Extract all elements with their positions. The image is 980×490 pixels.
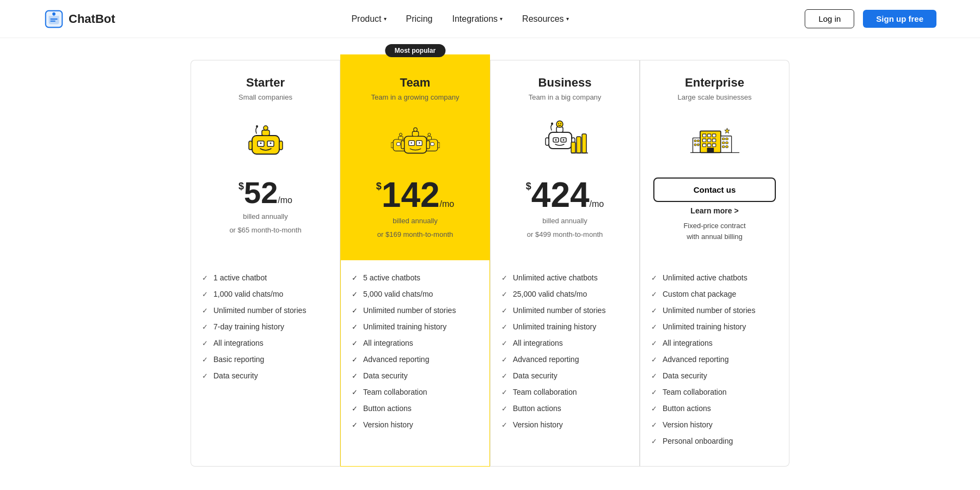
svg-point-34 (411, 142, 412, 143)
business-features: ✓Unlimited active chatbots ✓25,000 valid… (490, 260, 640, 467)
svg-rect-27 (404, 136, 426, 153)
check-icon: ✓ (501, 388, 507, 396)
svg-point-50 (556, 121, 563, 127)
svg-rect-73 (725, 142, 728, 144)
starter-feature-2: ✓1,000 valid chats/mo (202, 290, 329, 298)
enterprise-feature-8: ✓Team collaboration (651, 388, 778, 396)
svg-rect-62 (712, 144, 715, 146)
pricing-grid: Starter Small companies (191, 60, 789, 467)
check-icon: ✓ (202, 339, 208, 347)
svg-point-12 (256, 125, 258, 127)
business-feature-1: ✓Unlimited active chatbots (501, 273, 628, 282)
check-icon: ✓ (501, 323, 507, 331)
business-period: /mo (590, 199, 604, 209)
svg-rect-55 (707, 134, 710, 137)
team-feature-6: ✓Advanced reporting (352, 355, 479, 364)
svg-rect-68 (697, 144, 699, 146)
nav-actions: Log in Sign up free (805, 9, 936, 28)
svg-rect-54 (702, 134, 706, 137)
starter-feature-4: ✓7-day training history (202, 322, 329, 331)
business-amount: 424 (531, 175, 590, 215)
fixed-price-note: Fixed-price contractwith annual billing (653, 220, 776, 242)
svg-point-51 (558, 123, 559, 124)
enterprise-card-top: Enterprise Large scale businesses (640, 60, 789, 260)
svg-point-48 (562, 139, 564, 141)
business-feature-3: ✓Unlimited number of stories (501, 306, 628, 315)
check-icon: ✓ (202, 290, 208, 298)
team-amount: 142 (382, 175, 440, 215)
business-feature-10: ✓Version history (501, 420, 628, 429)
check-icon: ✓ (352, 388, 358, 396)
team-plan-name: Team (354, 76, 476, 90)
check-icon: ✓ (651, 307, 657, 315)
svg-rect-63 (707, 148, 714, 152)
check-icon: ✓ (501, 290, 507, 298)
enterprise-feature-6: ✓Advanced reporting (651, 355, 778, 364)
team-currency: $ (376, 181, 382, 192)
team-feature-5: ✓All integrations (352, 339, 479, 347)
svg-point-35 (419, 142, 420, 143)
logo-link[interactable]: ChatBot (44, 9, 115, 29)
nav-pricing[interactable]: Pricing (406, 14, 433, 24)
enterprise-feature-11: ✓Personal onboarding (651, 437, 778, 445)
enterprise-feature-7: ✓Data security (651, 371, 778, 380)
team-feature-1: ✓5 active chatbots (352, 273, 479, 282)
svg-rect-65 (694, 140, 696, 142)
contact-us-button[interactable]: Contact us (653, 177, 776, 202)
starter-monthly: or $65 month-to-month (204, 226, 327, 234)
svg-rect-74 (722, 146, 725, 148)
business-plan-desc: Team in a big company (504, 93, 626, 101)
starter-feature-5: ✓All integrations (202, 339, 329, 347)
business-card-top: Business Team in a big company (490, 60, 640, 260)
check-icon: ✓ (352, 421, 358, 429)
svg-rect-14 (396, 143, 400, 146)
check-icon: ✓ (651, 372, 657, 380)
svg-rect-32 (401, 140, 404, 149)
nav-product[interactable]: Product ▾ (351, 14, 386, 24)
team-feature-4: ✓Unlimited training history (352, 322, 479, 331)
navbar: ChatBot Product ▾ Pricing Integrations ▾… (0, 0, 980, 38)
learn-more-link[interactable]: Learn more > (653, 206, 776, 215)
svg-rect-9 (279, 141, 283, 150)
login-button[interactable]: Log in (805, 9, 854, 28)
svg-rect-30 (412, 131, 418, 136)
svg-rect-18 (391, 143, 393, 148)
svg-rect-57 (702, 139, 706, 142)
team-features: ✓5 active chatbots ✓5,000 valid chats/mo… (340, 260, 490, 467)
nav-resources[interactable]: Resources ▾ (522, 14, 568, 24)
check-icon: ✓ (651, 405, 657, 413)
check-icon: ✓ (651, 437, 657, 445)
team-monthly: or $169 month-to-month (354, 230, 476, 238)
check-icon: ✓ (501, 405, 507, 413)
enterprise-feature-3: ✓Unlimited number of stories (651, 306, 778, 315)
starter-currency: $ (238, 181, 244, 192)
svg-rect-45 (582, 134, 586, 153)
check-icon: ✓ (202, 372, 208, 380)
team-feature-3: ✓Unlimited number of stories (352, 306, 479, 315)
check-icon: ✓ (352, 356, 358, 364)
team-feature-8: ✓Team collaboration (352, 388, 479, 396)
signup-button[interactable]: Sign up free (863, 10, 936, 28)
check-icon: ✓ (352, 290, 358, 298)
svg-point-31 (413, 128, 417, 132)
check-icon: ✓ (651, 421, 657, 429)
business-feature-2: ✓25,000 valid chats/mo (501, 290, 628, 298)
svg-rect-61 (707, 144, 710, 146)
business-feature-8: ✓Team collaboration (501, 388, 628, 396)
check-icon: ✓ (501, 274, 507, 282)
business-monthly: or $499 month-to-month (504, 230, 626, 238)
svg-point-52 (560, 123, 561, 124)
check-icon: ✓ (501, 356, 507, 364)
check-icon: ✓ (352, 372, 358, 380)
starter-feature-7: ✓Data security (202, 371, 329, 380)
nav-integrations[interactable]: Integrations ▾ (452, 14, 503, 24)
team-feature-2: ✓5,000 valid chats/mo (352, 290, 479, 298)
starter-amount: 52 (244, 175, 278, 210)
check-icon: ✓ (352, 307, 358, 315)
svg-rect-59 (712, 139, 715, 142)
business-billed: billed annually (504, 217, 626, 225)
business-price-block: $424/mo (504, 177, 626, 212)
enterprise-feature-2: ✓Custom chat package (651, 290, 778, 298)
business-feature-5: ✓All integrations (501, 339, 628, 347)
pricing-main: Starter Small companies (0, 38, 980, 488)
